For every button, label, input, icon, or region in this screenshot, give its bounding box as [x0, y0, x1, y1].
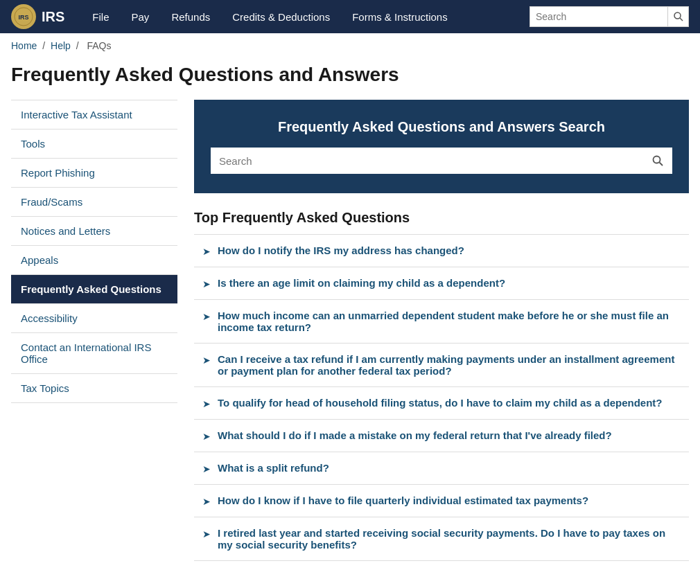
chevron-right-icon: ➤ — [202, 496, 211, 507]
faq-question-4: Can I receive a tax refund if I am curre… — [218, 353, 681, 377]
search-icon — [674, 12, 683, 21]
sidebar-item-notices-letters[interactable]: Notices and Letters — [11, 216, 177, 245]
breadcrumb-sep1: / — [42, 40, 45, 51]
breadcrumb-sep2: / — [76, 40, 79, 51]
faq-item-7[interactable]: ➤ What is a split refund? — [194, 452, 689, 484]
chevron-right-icon: ➤ — [202, 398, 211, 409]
chevron-right-icon: ➤ — [202, 311, 211, 322]
page-title: Frequently Asked Questions and Answers — [0, 58, 700, 100]
faq-item-6[interactable]: ➤ What should I do if I made a mistake o… — [194, 419, 689, 452]
svg-text:IRS: IRS — [18, 14, 28, 21]
nav-refunds[interactable]: Refunds — [160, 0, 221, 33]
nav-search-input[interactable] — [530, 6, 668, 27]
faq-search-button[interactable] — [643, 148, 672, 174]
faq-question-3: How much income can an unmarried depende… — [218, 310, 681, 333]
faq-question-9: I retired last year and started receivin… — [218, 527, 681, 551]
breadcrumb-home[interactable]: Home — [11, 40, 37, 51]
sidebar-item-accessibility[interactable]: Accessibility — [11, 303, 177, 332]
faq-question-8: How do I know if I have to file quarterl… — [218, 495, 588, 506]
main-content: Frequently Asked Questions and Answers S… — [194, 100, 689, 561]
nav-file[interactable]: File — [81, 0, 120, 33]
sidebar-item-tools[interactable]: Tools — [11, 129, 177, 158]
breadcrumb: Home / Help / FAQs — [0, 33, 700, 58]
sidebar-item-interactive-tax[interactable]: Interactive Tax Assistant — [11, 100, 177, 129]
chevron-right-icon: ➤ — [202, 463, 211, 474]
sidebar-item-appeals[interactable]: Appeals — [11, 245, 177, 274]
faq-item-4[interactable]: ➤ Can I receive a tax refund if I am cur… — [194, 343, 689, 386]
irs-logo[interactable]: IRS IRS — [11, 4, 64, 29]
faq-item-8[interactable]: ➤ How do I know if I have to file quarte… — [194, 484, 689, 517]
nav-search-button[interactable] — [668, 6, 689, 27]
chevron-right-icon: ➤ — [202, 246, 211, 257]
faq-question-7: What is a split refund? — [218, 462, 329, 474]
svg-line-3 — [680, 18, 683, 21]
sidebar-item-tax-topics[interactable]: Tax Topics — [11, 373, 177, 403]
faq-item-5[interactable]: ➤ To qualify for head of household filin… — [194, 386, 689, 419]
nav-pay[interactable]: Pay — [121, 0, 161, 33]
faq-question-1: How do I notify the IRS my address has c… — [218, 244, 464, 256]
top-navigation: IRS IRS File Pay Refunds Credits & Deduc… — [0, 0, 700, 33]
svg-point-4 — [654, 157, 660, 163]
breadcrumb-help[interactable]: Help — [51, 40, 71, 51]
search-icon — [652, 155, 663, 166]
faq-search-input[interactable] — [211, 148, 643, 174]
sidebar-item-faq[interactable]: Frequently Asked Questions — [11, 274, 177, 303]
main-layout: Interactive Tax Assistant Tools Report P… — [0, 100, 700, 561]
sidebar: Interactive Tax Assistant Tools Report P… — [11, 100, 177, 561]
faq-item-1[interactable]: ➤ How do I notify the IRS my address has… — [194, 234, 689, 267]
faq-search-title: Frequently Asked Questions and Answers S… — [211, 119, 672, 135]
faq-search-box: Frequently Asked Questions and Answers S… — [194, 100, 689, 193]
faq-question-5: To qualify for head of household filing … — [218, 397, 662, 409]
faq-question-2: Is there an age limit on claiming my chi… — [218, 277, 505, 289]
breadcrumb-current: FAQs — [87, 40, 112, 51]
sidebar-item-report-phishing[interactable]: Report Phishing — [11, 158, 177, 187]
nav-search-area — [530, 6, 689, 27]
chevron-right-icon: ➤ — [202, 355, 211, 366]
faq-search-row — [211, 148, 672, 174]
sidebar-item-contact-intl[interactable]: Contact an International IRS Office — [11, 332, 177, 373]
chevron-right-icon: ➤ — [202, 431, 211, 442]
faq-item-2[interactable]: ➤ Is there an age limit on claiming my c… — [194, 267, 689, 299]
faq-item-9[interactable]: ➤ I retired last year and started receiv… — [194, 517, 689, 561]
svg-point-2 — [674, 12, 681, 19]
faq-list: ➤ How do I notify the IRS my address has… — [194, 234, 689, 561]
faq-question-6: What should I do if I made a mistake on … — [218, 429, 612, 441]
irs-logo-text: IRS — [42, 9, 64, 25]
nav-credits[interactable]: Credits & Deductions — [221, 0, 341, 33]
chevron-right-icon: ➤ — [202, 528, 211, 540]
top-faq-title: Top Frequently Asked Questions — [194, 210, 689, 226]
irs-seal-icon: IRS — [11, 4, 36, 29]
sidebar-item-fraud-scams[interactable]: Fraud/Scams — [11, 187, 177, 216]
faq-item-3[interactable]: ➤ How much income can an unmarried depen… — [194, 299, 689, 343]
chevron-right-icon: ➤ — [202, 278, 211, 289]
svg-line-5 — [660, 163, 663, 166]
nav-links: File Pay Refunds Credits & Deductions Fo… — [81, 0, 530, 33]
nav-forms[interactable]: Forms & Instructions — [341, 0, 459, 33]
